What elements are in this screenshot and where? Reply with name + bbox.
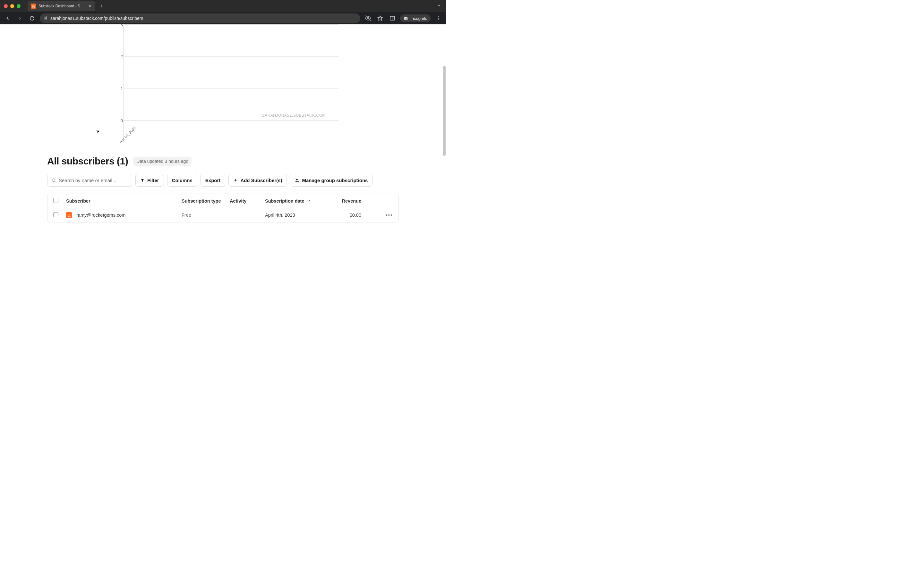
columns-label: Columns: [172, 177, 192, 183]
svg-rect-2: [390, 16, 395, 20]
chart-y-tick: 0: [116, 118, 123, 123]
tab-bar: Substack Dashboard - Sarah's ✕ +: [0, 0, 446, 12]
table-row[interactable]: ramy@rocketgems.com Free April 4th, 2023…: [47, 208, 399, 222]
col-activity[interactable]: Activity: [230, 198, 265, 203]
star-icon[interactable]: [376, 14, 384, 23]
row-check-cell: [53, 212, 66, 218]
svg-point-5: [406, 18, 408, 20]
plus-icon: [233, 178, 238, 182]
add-subscriber-button[interactable]: Add Subscriber(s): [228, 174, 287, 187]
updated-badge: Data updated 3 hours ago: [133, 157, 192, 166]
chevron-down-icon: [307, 198, 310, 203]
section-header: All subscribers (1) Data updated 3 hours…: [47, 156, 399, 167]
url-text: sarahjonas1.substack.com/publish/subscri…: [50, 16, 143, 21]
row-checkbox[interactable]: [53, 212, 58, 218]
columns-button[interactable]: Columns: [167, 174, 197, 187]
svg-point-9: [52, 179, 55, 181]
window-minimize-icon[interactable]: [10, 4, 14, 8]
search-icon: [51, 178, 56, 183]
col-revenue[interactable]: Revenue: [326, 198, 361, 203]
svg-point-7: [438, 18, 439, 19]
incognito-label: Incognito: [410, 16, 427, 21]
panel-icon[interactable]: [388, 14, 397, 23]
manage-groups-label: Manage group subscriptions: [302, 177, 368, 183]
add-subscriber-label: Add Subscriber(s): [240, 177, 282, 183]
svg-point-6: [438, 16, 439, 17]
chart-gridline: [124, 89, 338, 89]
col-subscription-date[interactable]: Subscription date: [265, 198, 326, 203]
address-bar: sarahjonas1.substack.com/publish/subscri…: [0, 12, 446, 24]
subscribers-table: Subscriber Subscription type Activity Su…: [47, 193, 399, 222]
chart-y-tick: 3: [116, 24, 123, 27]
forward-button[interactable]: [15, 14, 24, 23]
substack-favicon-icon: [31, 3, 36, 9]
search-input[interactable]: [47, 174, 132, 187]
page-content: 3 2 1 0 Apr 04, 2023 SARAHJONAS1.SUBSTAC…: [0, 24, 446, 278]
search-field[interactable]: [59, 177, 128, 183]
users-icon: [295, 178, 299, 182]
incognito-badge[interactable]: Incognito: [400, 15, 431, 22]
tab-close-icon[interactable]: ✕: [88, 3, 92, 9]
chart-baseline: [124, 121, 338, 121]
chart-x-tick: Apr 04, 2023: [118, 126, 137, 144]
table-header-row: Subscriber Subscription type Activity Su…: [47, 194, 399, 208]
row-type: Free: [182, 213, 230, 218]
chart-watermark: SARAHJONAS1.SUBSTACK.COM: [262, 113, 326, 118]
chart-y-tick: 1: [116, 86, 123, 91]
filter-button[interactable]: Filter: [136, 174, 164, 187]
row-subscriber-cell: ramy@rocketgems.com: [66, 212, 182, 218]
col-subscription-type[interactable]: Subscription type: [182, 198, 230, 203]
row-actions-menu[interactable]: •••: [386, 213, 393, 218]
scrollbar-thumb[interactable]: [443, 66, 446, 156]
row-date: April 4th, 2023: [265, 213, 326, 218]
section-title: All subscribers (1): [47, 156, 128, 167]
window-close-icon[interactable]: [4, 4, 8, 8]
svg-line-10: [55, 181, 55, 182]
browser-right-icons: Incognito: [363, 14, 443, 23]
browser-tab[interactable]: Substack Dashboard - Sarah's ✕: [27, 1, 95, 11]
new-tab-button[interactable]: +: [100, 3, 103, 10]
kebab-menu-icon[interactable]: [434, 14, 443, 23]
subscriber-chart: 3 2 1 0 Apr 04, 2023 SARAHJONAS1.SUBSTAC…: [114, 24, 338, 146]
substack-avatar-icon: [66, 212, 72, 218]
row-email: ramy@rocketgems.com: [76, 213, 126, 218]
manage-groups-button[interactable]: Manage group subscriptions: [290, 174, 373, 187]
select-all-cell: [53, 198, 66, 204]
window-maximize-icon[interactable]: [17, 4, 21, 8]
svg-marker-1: [378, 16, 383, 21]
tabs-overflow-icon[interactable]: [437, 3, 441, 9]
lock-icon: [44, 16, 48, 21]
chart-y-tick: 2: [116, 54, 123, 59]
row-revenue: $0.00: [326, 213, 361, 218]
subscribers-toolbar: Filter Columns Export Add Subscriber(s) …: [47, 174, 399, 187]
filter-icon: [140, 178, 145, 182]
eye-off-icon[interactable]: [363, 14, 373, 23]
chart-gridline: [124, 56, 338, 57]
col-subscriber[interactable]: Subscriber: [66, 198, 182, 203]
subscribers-section: All subscribers (1) Data updated 3 hours…: [47, 156, 399, 222]
browser-chrome: Substack Dashboard - Sarah's ✕ + sarahjo…: [0, 0, 446, 24]
row-menu-cell: •••: [361, 213, 393, 218]
svg-point-14: [297, 179, 298, 180]
chart-gridline: [124, 24, 338, 25]
svg-point-13: [296, 179, 297, 180]
mouse-cursor-icon: ➤: [95, 128, 101, 134]
svg-point-4: [404, 18, 406, 20]
col-date-label: Subscription date: [265, 198, 304, 203]
reload-button[interactable]: [27, 14, 37, 23]
back-button[interactable]: [3, 14, 12, 23]
svg-point-8: [438, 19, 439, 20]
export-button[interactable]: Export: [200, 174, 226, 187]
filter-label: Filter: [147, 177, 159, 183]
export-label: Export: [205, 177, 221, 183]
select-all-checkbox[interactable]: [53, 198, 58, 203]
url-field[interactable]: sarahjonas1.substack.com/publish/subscri…: [40, 13, 360, 23]
tab-title: Substack Dashboard - Sarah's: [39, 4, 86, 8]
